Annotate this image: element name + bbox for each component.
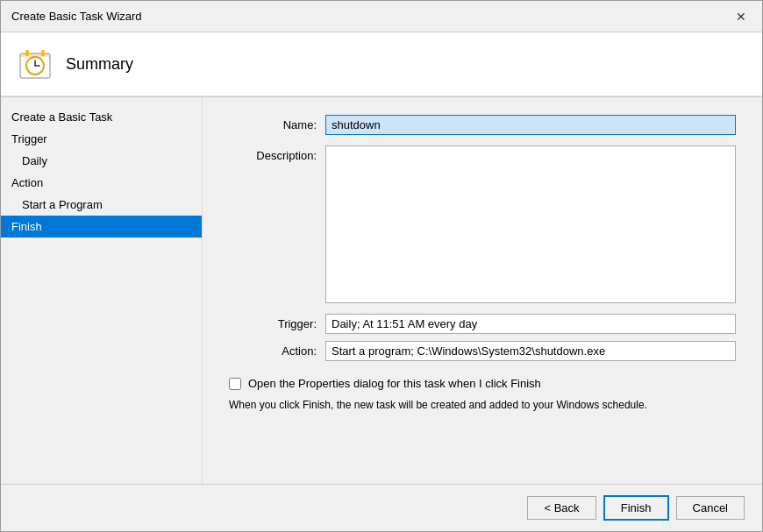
sidebar-item-start-program[interactable]: Start a Program <box>1 194 202 216</box>
sidebar-item-finish[interactable]: Finish <box>1 216 202 238</box>
trigger-value: Daily; At 11:51 AM every day <box>325 314 736 334</box>
checkbox-row: Open the Properties dialog for this task… <box>229 377 736 390</box>
description-input[interactable] <box>325 145 736 303</box>
header-title: Summary <box>66 55 133 74</box>
name-row: Name: <box>229 115 736 135</box>
action-value: Start a program; C:\Windows\System32\shu… <box>325 341 736 361</box>
main-layout: Create a Basic Task Trigger Daily Action… <box>1 97 762 484</box>
right-panel: Name: Description: Trigger: Daily; At 11… <box>203 97 762 484</box>
description-row: Description: <box>229 145 736 303</box>
sidebar-item-trigger[interactable]: Trigger <box>1 128 202 150</box>
dialog-title: Create Basic Task Wizard <box>11 10 142 23</box>
trigger-row: Trigger: Daily; At 11:51 AM every day <box>229 314 736 334</box>
action-row: Action: Start a program; C:\Windows\Syst… <box>229 341 736 361</box>
header-inner: Summary <box>1 32 762 96</box>
footer: < Back Finish Cancel <box>1 484 762 531</box>
description-label: Description: <box>229 145 325 162</box>
sidebar: Create a Basic Task Trigger Daily Action… <box>1 97 203 484</box>
name-input[interactable] <box>325 115 736 135</box>
action-label: Action: <box>229 344 325 358</box>
title-bar: Create Basic Task Wizard ✕ <box>1 1 762 32</box>
sidebar-item-action[interactable]: Action <box>1 172 202 194</box>
open-properties-checkbox[interactable] <box>229 378 241 390</box>
close-button[interactable]: ✕ <box>731 6 752 27</box>
clock-icon <box>18 46 53 82</box>
hint-text: When you click Finish, the new task will… <box>229 399 736 411</box>
header-section: Summary <box>1 32 762 97</box>
dialog-window: Create Basic Task Wizard ✕ Summary <box>0 0 763 532</box>
cancel-button[interactable]: Cancel <box>676 496 745 520</box>
back-button[interactable]: < Back <box>527 496 595 520</box>
sidebar-item-create-basic-task[interactable]: Create a Basic Task <box>1 106 202 128</box>
finish-button[interactable]: Finish <box>603 495 669 521</box>
sidebar-item-daily[interactable]: Daily <box>1 150 202 172</box>
checkbox-label[interactable]: Open the Properties dialog for this task… <box>248 377 541 390</box>
trigger-label: Trigger: <box>229 317 325 330</box>
name-label: Name: <box>229 115 325 131</box>
dialog-content: Summary Create a Basic Task Trigger Dail… <box>1 32 762 484</box>
